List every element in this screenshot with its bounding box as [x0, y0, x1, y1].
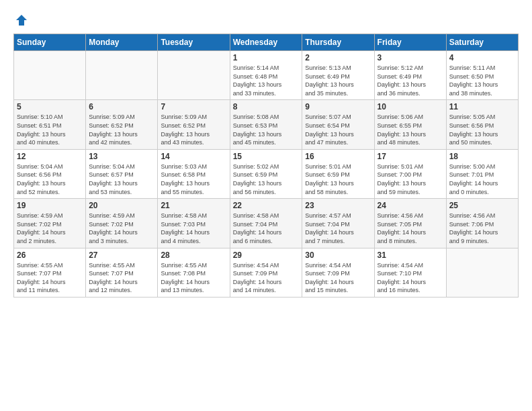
- day-number: 24: [378, 201, 443, 210]
- calendar-cell: 13Sunrise: 5:04 AM Sunset: 6:57 PM Dayli…: [86, 149, 158, 198]
- calendar-cell: 11Sunrise: 5:05 AM Sunset: 6:56 PM Dayli…: [446, 100, 518, 149]
- calendar-cell: 7Sunrise: 5:09 AM Sunset: 6:52 PM Daylig…: [158, 100, 230, 149]
- day-info: Sunrise: 5:07 AM Sunset: 6:54 PM Dayligh…: [305, 113, 371, 146]
- calendar-cell: 8Sunrise: 5:08 AM Sunset: 6:53 PM Daylig…: [230, 100, 302, 149]
- calendar-cell: 15Sunrise: 5:02 AM Sunset: 6:59 PM Dayli…: [230, 149, 302, 198]
- logo-icon: [15, 13, 28, 27]
- day-info: Sunrise: 5:06 AM Sunset: 6:55 PM Dayligh…: [378, 113, 443, 146]
- day-info: Sunrise: 4:54 AM Sunset: 7:09 PM Dayligh…: [305, 261, 371, 295]
- calendar-day-header: Friday: [374, 34, 446, 51]
- calendar-day-header: Sunday: [14, 34, 86, 51]
- day-number: 6: [89, 102, 154, 111]
- day-number: 13: [89, 152, 154, 161]
- calendar-cell: 27Sunrise: 4:55 AM Sunset: 7:07 PM Dayli…: [86, 248, 158, 297]
- calendar-cell: 21Sunrise: 4:58 AM Sunset: 7:03 PM Dayli…: [158, 199, 230, 248]
- calendar-cell: 1Sunrise: 5:14 AM Sunset: 6:48 PM Daylig…: [230, 51, 302, 100]
- day-number: 7: [161, 102, 226, 111]
- day-info: Sunrise: 4:58 AM Sunset: 7:03 PM Dayligh…: [161, 212, 226, 245]
- day-info: Sunrise: 5:05 AM Sunset: 6:56 PM Dayligh…: [449, 113, 515, 146]
- day-info: Sunrise: 5:01 AM Sunset: 7:00 PM Dayligh…: [378, 163, 443, 196]
- day-info: Sunrise: 5:10 AM Sunset: 6:51 PM Dayligh…: [17, 113, 83, 146]
- day-info: Sunrise: 5:09 AM Sunset: 6:52 PM Dayligh…: [89, 113, 154, 146]
- day-info: Sunrise: 5:11 AM Sunset: 6:50 PM Dayligh…: [449, 64, 515, 97]
- calendar-day-header: Wednesday: [230, 34, 302, 51]
- day-number: 2: [305, 53, 371, 62]
- calendar-cell: 14Sunrise: 5:03 AM Sunset: 6:58 PM Dayli…: [158, 149, 230, 198]
- day-number: 31: [378, 250, 443, 260]
- day-info: Sunrise: 5:04 AM Sunset: 6:57 PM Dayligh…: [89, 163, 154, 196]
- day-info: Sunrise: 5:13 AM Sunset: 6:49 PM Dayligh…: [305, 64, 371, 97]
- calendar-day-header: Monday: [86, 34, 158, 51]
- calendar-cell: 12Sunrise: 5:04 AM Sunset: 6:56 PM Dayli…: [14, 149, 86, 198]
- calendar-cell: 3Sunrise: 5:12 AM Sunset: 6:49 PM Daylig…: [374, 51, 446, 100]
- day-number: 12: [17, 152, 83, 161]
- calendar-cell: 30Sunrise: 4:54 AM Sunset: 7:09 PM Dayli…: [302, 248, 374, 297]
- calendar-cell: 9Sunrise: 5:07 AM Sunset: 6:54 PM Daylig…: [302, 100, 374, 149]
- day-info: Sunrise: 5:14 AM Sunset: 6:48 PM Dayligh…: [233, 64, 300, 97]
- calendar-cell: 17Sunrise: 5:01 AM Sunset: 7:00 PM Dayli…: [374, 149, 446, 198]
- day-info: Sunrise: 5:01 AM Sunset: 6:59 PM Dayligh…: [305, 163, 371, 196]
- calendar-day-header: Tuesday: [158, 34, 230, 51]
- calendar-week-row: 12Sunrise: 5:04 AM Sunset: 6:56 PM Dayli…: [14, 149, 519, 198]
- calendar-cell: 4Sunrise: 5:11 AM Sunset: 6:50 PM Daylig…: [446, 51, 518, 100]
- day-number: 10: [378, 102, 443, 111]
- day-info: Sunrise: 4:59 AM Sunset: 7:02 PM Dayligh…: [17, 212, 83, 245]
- day-info: Sunrise: 4:55 AM Sunset: 7:07 PM Dayligh…: [89, 261, 154, 295]
- day-info: Sunrise: 4:58 AM Sunset: 7:04 PM Dayligh…: [233, 212, 300, 245]
- calendar-cell: 18Sunrise: 5:00 AM Sunset: 7:01 PM Dayli…: [446, 149, 518, 198]
- day-number: 17: [378, 152, 443, 161]
- calendar-cell: 6Sunrise: 5:09 AM Sunset: 6:52 PM Daylig…: [86, 100, 158, 149]
- day-number: 23: [305, 201, 371, 210]
- day-number: 30: [305, 250, 371, 260]
- day-number: 4: [449, 53, 515, 62]
- page-header: [13, 13, 519, 27]
- day-number: 18: [449, 152, 515, 161]
- day-info: Sunrise: 5:09 AM Sunset: 6:52 PM Dayligh…: [161, 113, 226, 146]
- calendar-table: SundayMondayTuesdayWednesdayThursdayFrid…: [13, 34, 519, 298]
- day-info: Sunrise: 5:12 AM Sunset: 6:49 PM Dayligh…: [378, 64, 443, 97]
- day-number: 22: [233, 201, 300, 210]
- calendar-cell: 31Sunrise: 4:54 AM Sunset: 7:10 PM Dayli…: [374, 248, 446, 297]
- calendar-cell: 25Sunrise: 4:56 AM Sunset: 7:06 PM Dayli…: [446, 199, 518, 248]
- day-number: 9: [305, 102, 371, 111]
- calendar-cell: 19Sunrise: 4:59 AM Sunset: 7:02 PM Dayli…: [14, 199, 86, 248]
- calendar-header-row: SundayMondayTuesdayWednesdayThursdayFrid…: [14, 34, 519, 51]
- day-info: Sunrise: 5:08 AM Sunset: 6:53 PM Dayligh…: [233, 113, 300, 146]
- calendar-week-row: 26Sunrise: 4:55 AM Sunset: 7:07 PM Dayli…: [14, 248, 519, 297]
- calendar-cell: 24Sunrise: 4:56 AM Sunset: 7:05 PM Dayli…: [374, 199, 446, 248]
- calendar-cell: 29Sunrise: 4:54 AM Sunset: 7:09 PM Dayli…: [230, 248, 302, 297]
- calendar-cell: 20Sunrise: 4:59 AM Sunset: 7:02 PM Dayli…: [86, 199, 158, 248]
- day-number: 5: [17, 102, 83, 111]
- day-info: Sunrise: 5:00 AM Sunset: 7:01 PM Dayligh…: [449, 163, 515, 196]
- day-info: Sunrise: 4:55 AM Sunset: 7:08 PM Dayligh…: [161, 261, 226, 295]
- day-info: Sunrise: 4:55 AM Sunset: 7:07 PM Dayligh…: [17, 261, 83, 295]
- calendar-day-header: Thursday: [302, 34, 374, 51]
- day-number: 28: [161, 250, 226, 260]
- logo: [13, 13, 28, 27]
- day-number: 16: [305, 152, 371, 161]
- day-info: Sunrise: 4:57 AM Sunset: 7:04 PM Dayligh…: [305, 212, 371, 245]
- calendar-cell: 23Sunrise: 4:57 AM Sunset: 7:04 PM Dayli…: [302, 199, 374, 248]
- day-number: 25: [449, 201, 515, 210]
- svg-marker-0: [16, 15, 27, 26]
- day-number: 3: [378, 53, 443, 62]
- day-info: Sunrise: 4:54 AM Sunset: 7:10 PM Dayligh…: [378, 261, 443, 295]
- calendar-day-header: Saturday: [446, 34, 518, 51]
- day-info: Sunrise: 5:03 AM Sunset: 6:58 PM Dayligh…: [161, 163, 226, 196]
- day-number: 14: [161, 152, 226, 161]
- day-number: 15: [233, 152, 300, 161]
- calendar-cell: 2Sunrise: 5:13 AM Sunset: 6:49 PM Daylig…: [302, 51, 374, 100]
- calendar-cell: [446, 248, 518, 297]
- calendar-cell: 10Sunrise: 5:06 AM Sunset: 6:55 PM Dayli…: [374, 100, 446, 149]
- day-number: 26: [17, 250, 83, 260]
- day-number: 1: [233, 53, 300, 62]
- day-number: 29: [233, 250, 300, 260]
- calendar-week-row: 5Sunrise: 5:10 AM Sunset: 6:51 PM Daylig…: [14, 100, 519, 149]
- calendar-cell: [14, 51, 86, 100]
- day-number: 20: [89, 201, 154, 210]
- day-number: 21: [161, 201, 226, 210]
- day-number: 11: [449, 102, 515, 111]
- calendar-cell: [86, 51, 158, 100]
- day-info: Sunrise: 4:54 AM Sunset: 7:09 PM Dayligh…: [233, 261, 300, 295]
- calendar-cell: 16Sunrise: 5:01 AM Sunset: 6:59 PM Dayli…: [302, 149, 374, 198]
